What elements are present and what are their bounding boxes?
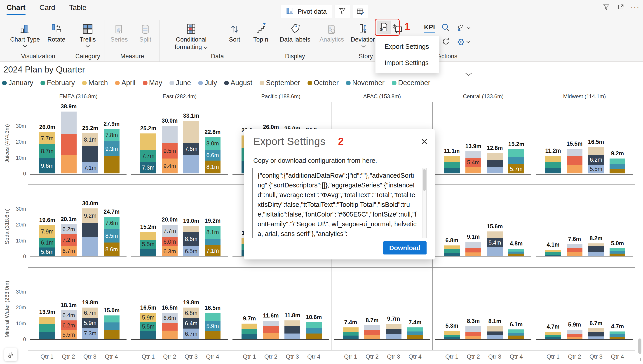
segment-november[interactable]: [508, 252, 524, 254]
segment-july[interactable]: [588, 252, 604, 256]
stacked-bar[interactable]: [465, 326, 481, 339]
segment-october[interactable]: [104, 330, 120, 339]
segment-may[interactable]: 9.5m: [162, 144, 178, 158]
segment-august[interactable]: 6.4m: [183, 318, 199, 328]
stacked-bar[interactable]: 6.2m7.2m6.7m: [61, 224, 77, 256]
stacked-bar[interactable]: 6.8m6.4m6.7m: [183, 308, 199, 339]
segment-march[interactable]: [444, 156, 460, 162]
legend-item-may[interactable]: May: [143, 79, 163, 87]
segment-february[interactable]: 8.7m: [39, 144, 55, 158]
segment-april[interactable]: [162, 330, 178, 339]
segment-december[interactable]: [205, 313, 221, 321]
segment-december[interactable]: 8.0m: [205, 137, 221, 150]
segment-february[interactable]: [39, 324, 55, 332]
legend-item-july[interactable]: July: [198, 79, 217, 87]
segment-april[interactable]: [567, 252, 582, 256]
segment-december[interactable]: 8.1m: [205, 226, 221, 239]
zoom-search-button[interactable]: [441, 23, 450, 33]
segment-october[interactable]: [609, 337, 625, 339]
more-options-icon[interactable]: ···: [630, 3, 641, 12]
segment-august[interactable]: [487, 332, 503, 335]
segment-january[interactable]: [140, 331, 156, 339]
segment-february[interactable]: [545, 335, 561, 337]
download-button[interactable]: Download: [383, 242, 427, 254]
legend-item-june[interactable]: June: [170, 79, 191, 87]
stacked-bar[interactable]: [263, 321, 279, 339]
segment-january[interactable]: [343, 336, 359, 339]
segment-november[interactable]: [306, 328, 322, 334]
reset-button[interactable]: [441, 37, 450, 47]
segment-august[interactable]: 5.9m: [82, 318, 98, 328]
segment-october[interactable]: 8.6m: [104, 242, 120, 256]
tab-card[interactable]: Card: [40, 4, 55, 16]
segment-september[interactable]: [183, 226, 199, 232]
segment-september[interactable]: [487, 153, 503, 160]
segment-october[interactable]: [508, 254, 524, 256]
segment-july[interactable]: [284, 334, 300, 339]
segment-august[interactable]: 7.6m: [183, 143, 199, 155]
segment-february[interactable]: [242, 329, 257, 334]
segment-january[interactable]: [444, 253, 460, 256]
conditional-formatting-button[interactable]: Conditional formatting: [164, 21, 218, 51]
segment-january[interactable]: 9.6m: [39, 158, 55, 174]
segment-april[interactable]: [465, 252, 481, 256]
stacked-bar[interactable]: [545, 332, 561, 339]
segment-april[interactable]: 6.3m: [162, 246, 178, 256]
segment-january[interactable]: [444, 168, 460, 174]
segment-october[interactable]: [306, 334, 322, 339]
stacked-bar[interactable]: 5.7m: [508, 149, 524, 174]
chevron-down-icon[interactable]: [392, 26, 397, 29]
segment-february[interactable]: 6.1m: [39, 238, 55, 248]
segment-may[interactable]: [162, 323, 178, 330]
segment-may[interactable]: [263, 326, 279, 333]
deviation-button[interactable]: Deviation: [351, 21, 376, 48]
segment-march[interactable]: [39, 317, 55, 324]
data-labels-button[interactable]: Data labels: [280, 21, 310, 43]
stacked-bar[interactable]: [386, 324, 401, 339]
legend-item-january[interactable]: January: [2, 79, 33, 87]
segment-september[interactable]: 8.1m: [82, 133, 98, 146]
segment-february[interactable]: [444, 335, 460, 337]
segment-march[interactable]: 7.9m: [39, 225, 55, 238]
segment-may[interactable]: [61, 134, 77, 155]
segment-august[interactable]: 8.6m: [183, 232, 199, 246]
stacked-bar[interactable]: [242, 324, 257, 339]
segment-december[interactable]: [407, 328, 423, 332]
segment-december[interactable]: [609, 332, 625, 334]
tab-chart[interactable]: Chart: [7, 4, 26, 16]
stacked-bar[interactable]: 5.9m: [205, 313, 221, 339]
segment-august[interactable]: [386, 329, 401, 334]
segment-october[interactable]: [609, 254, 625, 256]
stacked-bar[interactable]: [407, 328, 423, 339]
segment-may[interactable]: [567, 334, 582, 337]
segment-june[interactable]: [567, 149, 582, 156]
resize-corner-icon[interactable]: [636, 356, 641, 362]
stacked-bar[interactable]: 9.5m9.4m: [162, 126, 178, 174]
stacked-bar[interactable]: 7.9m6.1m5.6m: [39, 225, 55, 256]
segment-april[interactable]: [465, 336, 481, 339]
legend-item-march[interactable]: March: [82, 79, 108, 87]
segment-april[interactable]: [364, 335, 380, 339]
stacked-bar[interactable]: [487, 153, 503, 174]
settings-button[interactable]: ⚙: [457, 38, 470, 46]
stacked-bar[interactable]: [284, 320, 300, 339]
segment-november[interactable]: [609, 334, 625, 337]
segment-september[interactable]: [487, 232, 503, 238]
segment-march[interactable]: [140, 134, 156, 150]
segment-august[interactable]: [82, 223, 98, 237]
stacked-bar[interactable]: [444, 156, 460, 174]
stacked-bar[interactable]: [609, 248, 625, 256]
stacked-bar[interactable]: [343, 328, 359, 339]
segment-march[interactable]: 5.9m: [140, 313, 156, 322]
segment-september[interactable]: [284, 320, 300, 326]
filter-tool-button[interactable]: [335, 5, 350, 18]
segment-july[interactable]: 7.1m: [82, 162, 98, 174]
stacked-bar[interactable]: [588, 328, 604, 339]
segment-january[interactable]: [545, 337, 561, 339]
stacked-bar[interactable]: [508, 248, 524, 256]
segment-august[interactable]: [588, 246, 604, 252]
segment-july[interactable]: [487, 335, 503, 339]
segment-november[interactable]: [205, 239, 221, 245]
stacked-bar[interactable]: 8.0m6.6m8.1m: [205, 137, 221, 174]
segment-july[interactable]: 5.5m: [588, 164, 604, 174]
